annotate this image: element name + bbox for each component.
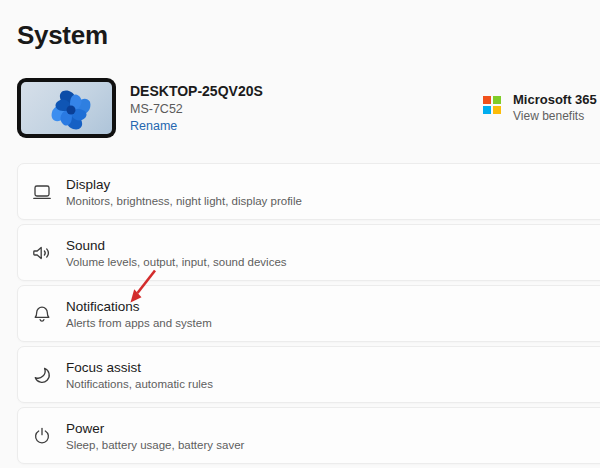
speaker-icon (31, 242, 53, 264)
device-thumbnail (17, 78, 116, 138)
row-title: Focus assist (66, 360, 213, 375)
row-description: Alerts from apps and system (66, 317, 212, 329)
display-icon (31, 181, 53, 203)
ms-logo-yellow-square (493, 106, 501, 114)
ms-logo-blue-square (483, 106, 491, 114)
row-description: Notifications, automatic rules (66, 378, 213, 390)
row-title: Power (66, 421, 244, 436)
settings-row-sound[interactable]: Sound Volume levels, output, input, soun… (17, 224, 600, 281)
settings-row-display[interactable]: Display Monitors, brightness, night ligh… (17, 163, 600, 220)
ms-logo-green-square (493, 96, 501, 104)
power-icon (31, 425, 53, 447)
settings-row-notifications[interactable]: Notifications Alerts from apps and syste… (17, 285, 600, 342)
settings-row-power[interactable]: Power Sleep, battery usage, battery save… (17, 407, 600, 464)
ms-logo-red-square (483, 96, 491, 104)
row-description: Volume levels, output, input, sound devi… (66, 256, 287, 268)
device-model: MS-7C52 (130, 102, 183, 116)
device-name: DESKTOP-25QV20S (130, 83, 263, 99)
settings-row-focus-assist[interactable]: Focus assist Notifications, automatic ru… (17, 346, 600, 403)
bloom-wallpaper-graphic (21, 82, 112, 134)
page-title: System (17, 20, 108, 51)
microsoft-logo-icon (483, 96, 501, 114)
row-title: Display (66, 177, 302, 192)
bell-icon (31, 303, 53, 325)
rename-link[interactable]: Rename (130, 119, 177, 133)
moon-icon (31, 364, 53, 386)
row-title: Notifications (66, 299, 212, 314)
row-description: Monitors, brightness, night light, displ… (66, 195, 302, 207)
microsoft-365-label: Microsoft 365 (513, 92, 597, 107)
row-title: Sound (66, 238, 287, 253)
device-wallpaper (21, 82, 112, 134)
view-benefits-link[interactable]: View benefits (513, 109, 584, 123)
row-description: Sleep, battery usage, battery saver (66, 439, 244, 451)
